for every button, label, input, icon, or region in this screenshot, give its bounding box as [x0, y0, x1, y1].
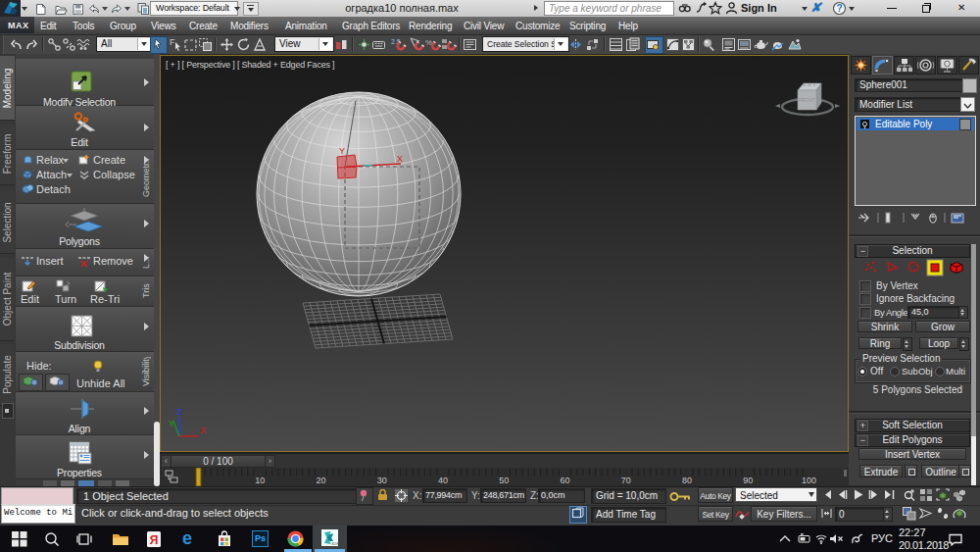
- svg-text:50: 50: [499, 476, 509, 485]
- svg-text:F: F: [170, 37, 175, 47]
- svg-text:20: 20: [316, 476, 325, 485]
- svg-text:Z: Z: [176, 407, 182, 417]
- svg-text:70: 70: [621, 476, 631, 485]
- svg-text:X: X: [397, 154, 403, 164]
- svg-text:Y: Y: [169, 419, 174, 428]
- svg-text:80: 80: [682, 476, 692, 485]
- svg-text:FRONT: FRONT: [798, 97, 814, 103]
- svg-text:3DS: 3DS: [331, 541, 338, 546]
- svg-text:40: 40: [438, 476, 448, 485]
- svg-text:90: 90: [743, 476, 753, 485]
- svg-text:X: X: [200, 426, 206, 435]
- svg-text:Y: Y: [339, 146, 345, 156]
- svg-text:e: e: [182, 529, 192, 547]
- svg-text:60: 60: [560, 476, 569, 485]
- svg-text:10: 10: [255, 476, 265, 485]
- svg-text:Я: Я: [150, 533, 159, 547]
- svg-text:?: ?: [836, 3, 842, 14]
- svg-text:100: 100: [802, 476, 816, 485]
- svg-text:30: 30: [377, 476, 387, 485]
